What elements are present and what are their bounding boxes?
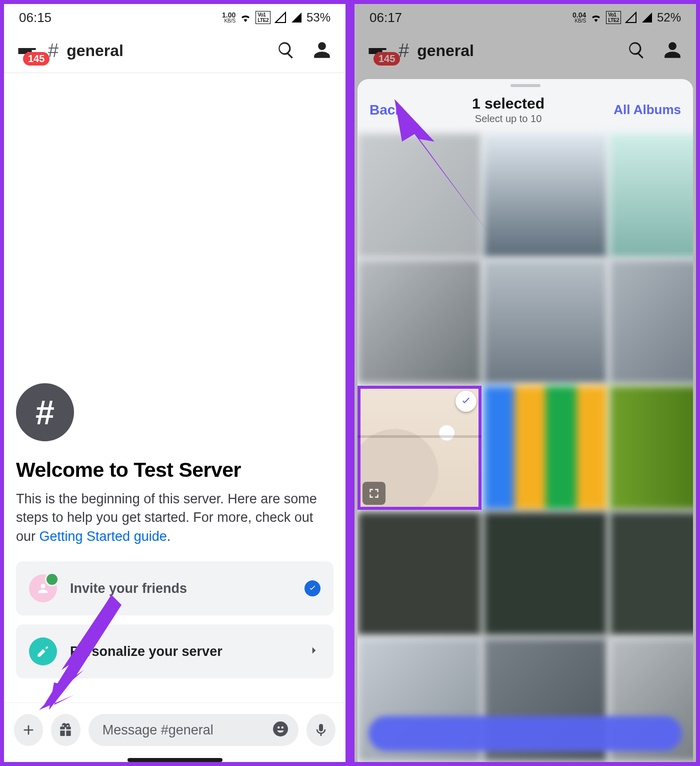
gift-button[interactable] — [51, 714, 80, 746]
app-header: 145 # general — [4, 31, 346, 73]
signal-icon-2 — [290, 12, 302, 24]
emoji-icon — [272, 720, 290, 738]
photo-thumb[interactable] — [484, 134, 608, 258]
signal-icon-1 — [274, 12, 286, 24]
status-time: 06:15 — [19, 10, 52, 26]
selected-check-icon — [456, 391, 476, 412]
step-label: Invite your friends — [70, 581, 292, 596]
photo-thumb[interactable] — [610, 134, 693, 258]
members-button[interactable] — [312, 41, 332, 62]
voice-message-button[interactable] — [306, 714, 336, 746]
expand-button[interactable] — [362, 482, 386, 505]
personalize-icon — [29, 637, 57, 665]
invite-icon — [29, 574, 57, 602]
photo-grid — [358, 134, 693, 762]
channel-name: general — [66, 42, 124, 60]
unread-badge: 145 — [23, 52, 50, 66]
expand-icon — [368, 487, 380, 500]
welcome-hash-icon: # — [16, 383, 74, 441]
mic-icon — [313, 722, 329, 738]
volte-icon: Vo1LTE2 — [256, 11, 270, 24]
channel-title[interactable]: # general — [48, 40, 266, 62]
picker-header: Back 1 selected Select up to 10 All Albu… — [358, 90, 693, 134]
picker-subtitle: Select up to 10 — [472, 113, 544, 125]
step-done-check — [304, 580, 320, 596]
phone-right: 06:17 0.04 KB/S Vo1LTE2 52% 145 # genera… — [352, 2, 698, 764]
photo-thumb[interactable] — [610, 386, 693, 510]
all-albums-button[interactable]: All Albums — [614, 102, 681, 118]
composer — [4, 702, 346, 755]
photo-thumb[interactable] — [358, 260, 482, 384]
welcome-title: Welcome to Test Server — [16, 458, 334, 482]
media-picker-sheet: Back 1 selected Select up to 10 All Albu… — [358, 79, 693, 762]
phone-left: 06:15 1.00 KB/S Vo1LTE2 53% 145 # genera… — [2, 2, 348, 764]
status-bar: 06:15 1.00 KB/S Vo1LTE2 53% — [4, 4, 346, 31]
photo-thumb[interactable] — [358, 134, 482, 258]
photo-thumb[interactable] — [610, 512, 693, 636]
search-icon — [276, 41, 296, 60]
battery-pct: 53% — [306, 11, 330, 25]
search-button[interactable] — [276, 41, 296, 62]
step-label: Personalize your server — [70, 644, 294, 659]
menu-button[interactable]: 145 — [18, 48, 38, 54]
message-input[interactable] — [102, 722, 272, 738]
people-icon — [312, 41, 332, 60]
photo-thumb[interactable] — [484, 260, 608, 384]
welcome-desc: This is the beginning of this server. He… — [16, 490, 334, 546]
attach-button[interactable] — [14, 714, 43, 746]
message-input-wrap[interactable] — [88, 714, 298, 746]
photo-thumb[interactable] — [484, 386, 608, 510]
getting-started-link[interactable]: Getting Started guide — [40, 529, 167, 544]
nav-pill — [128, 758, 222, 762]
photo-thumb[interactable] — [610, 260, 693, 384]
sheet-handle[interactable] — [510, 84, 540, 87]
photo-thumb[interactable] — [484, 512, 608, 636]
channel-content: # Welcome to Test Server This is the beg… — [4, 73, 346, 702]
wifi-icon — [240, 12, 252, 24]
gift-icon — [58, 722, 74, 738]
status-right: 1.00 KB/S Vo1LTE2 53% — [222, 11, 330, 25]
net-speed: 1.00 KB/S — [222, 12, 236, 24]
hash-icon: # — [48, 40, 58, 62]
photo-thumb-selected[interactable] — [358, 386, 482, 510]
picker-title: 1 selected — [472, 95, 544, 112]
emoji-button[interactable] — [272, 720, 290, 740]
photo-thumb[interactable] — [358, 512, 482, 636]
back-button[interactable]: Back — [370, 102, 403, 118]
step-personalize-server[interactable]: Personalize your server — [16, 624, 334, 678]
chevron-right-icon — [308, 644, 320, 659]
step-invite-friends[interactable]: Invite your friends — [16, 561, 334, 615]
plus-icon — [20, 722, 36, 738]
send-button[interactable] — [368, 716, 682, 751]
